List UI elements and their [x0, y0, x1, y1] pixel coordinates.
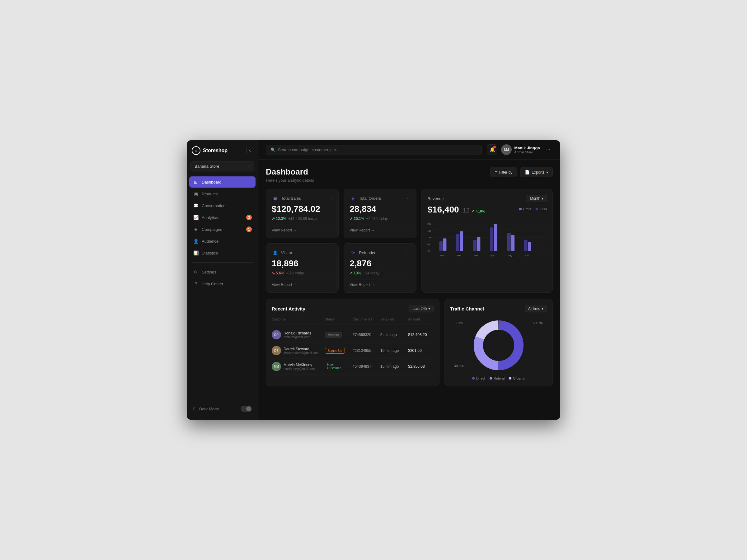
visitor-icon: 👤 — [272, 249, 279, 256]
stat-more-button[interactable]: ··· — [407, 196, 411, 201]
status-cell: Signed Up — [325, 348, 350, 354]
time-period-selector[interactable]: Last 24h ▾ — [409, 305, 433, 312]
main-content: 🔍 🔔 MJ Manik Jingga Admin Store ··· — [258, 140, 560, 420]
page-content: Dashboard Here's your analytic details ≡… — [258, 160, 560, 420]
analytics-badge: 3 — [246, 215, 252, 220]
stat-more-button[interactable]: ··· — [329, 250, 333, 255]
notification-dot — [493, 146, 496, 149]
profit-dot — [519, 208, 522, 210]
id-cell: #54394837 — [353, 364, 378, 369]
stat-card-visitor: 👤 Visitor ··· 18,896 ↘ 5.6% -876 today V… — [266, 243, 339, 293]
sidebar-item-settings[interactable]: ⚙ Settings — [189, 266, 256, 277]
sidebar-item-conversation[interactable]: 💬 Conversation — [189, 200, 256, 211]
settings-icon: ⚙ — [193, 269, 199, 274]
customer-cell: RR Ronald Richards ronalrcs@mail.com — [272, 330, 323, 340]
export-icon: 📄 — [525, 170, 530, 175]
sidebar-item-audience[interactable]: 👤 Audience — [189, 236, 256, 247]
store-selector[interactable]: Banana Store ⌄ — [190, 161, 254, 171]
retained-cell: 5 min ago — [380, 332, 406, 337]
arrow-right-icon: → — [371, 228, 375, 232]
stat-value: 28,834 — [350, 204, 411, 214]
sidebar-logo-area: ◎ Storeshop K — [187, 140, 258, 161]
view-report-link[interactable]: View Report → — [350, 224, 411, 232]
svg-rect-11 — [443, 238, 447, 251]
stat-change: ↗ 13% +34 today — [350, 271, 411, 275]
page-header: Dashboard Here's your analytic details ≡… — [266, 167, 553, 183]
customer-cell: DS Darrell Steward steward.darell@mail.c… — [272, 346, 323, 355]
svg-rect-15 — [477, 237, 481, 251]
traffic-legend: Direct Referal Organic — [450, 376, 547, 380]
svg-rect-21 — [528, 242, 531, 251]
notification-button[interactable]: 🔔 — [487, 144, 497, 155]
view-report-link[interactable]: View Report → — [350, 279, 411, 287]
moon-icon: ☾ — [193, 407, 197, 411]
stat-more-button[interactable]: ··· — [329, 196, 333, 201]
col-customer: Customer — [272, 317, 323, 321]
logo: ◎ Storeshop — [192, 146, 228, 155]
dark-mode-toggle[interactable] — [240, 406, 252, 412]
svg-rect-14 — [473, 240, 477, 251]
page-title: Dashboard — [266, 167, 314, 177]
amount-cell: $201.50 — [408, 348, 433, 353]
filter-button[interactable]: ≡ Filter by — [490, 167, 517, 177]
page-subtitle: Here's your analytic details — [266, 178, 314, 183]
user-name: Manik Jingga — [514, 145, 540, 150]
user-role: Admin Store — [514, 150, 540, 154]
svg-rect-19 — [511, 235, 515, 251]
svg-text:Jun: Jun — [525, 254, 529, 257]
user-info: MJ Manik Jingga Admin Store — [501, 144, 540, 155]
status-cell: Member — [325, 332, 350, 338]
sidebar-item-products[interactable]: ▣ Products — [189, 188, 256, 199]
chart-legend: Profit Loss — [519, 207, 547, 211]
sidebar-item-analytics[interactable]: 📈 Analytics 3 — [189, 212, 256, 223]
view-report-link[interactable]: View Report → — [272, 279, 333, 287]
search-input[interactable] — [278, 148, 477, 152]
retained-cell: 15 min ago — [380, 364, 406, 369]
nav-menu: ⊞ Dashboard ▣ Products 💬 Conversation 📈 … — [187, 177, 258, 399]
organic-dot — [509, 377, 511, 379]
svg-text:15k: 15k — [427, 230, 431, 232]
more-options-button[interactable]: ··· — [544, 145, 553, 154]
exports-button[interactable]: 📄 Exports ▾ — [520, 167, 553, 177]
svg-text:5k: 5k — [427, 243, 430, 246]
legend-profit: Profit — [519, 207, 531, 211]
legend-loss: Loss — [536, 207, 547, 211]
svg-rect-10 — [439, 241, 443, 251]
sidebar-item-dashboard[interactable]: ⊞ Dashboard — [189, 177, 256, 188]
stat-pct-up: ↗ 12.3% — [272, 216, 286, 221]
traffic-title: Traffic Channel — [450, 306, 484, 312]
revenue-value-row: $16,400 .12 ↗ +10% Profit Loss — [427, 205, 547, 216]
sidebar-item-statistics[interactable]: 📊 Statistics — [189, 247, 256, 259]
stat-title-row: ◈ Total Orders — [350, 195, 381, 202]
arrow-right-icon: → — [371, 283, 375, 287]
svg-text:Apr: Apr — [491, 254, 494, 257]
sidebar-item-campaigns[interactable]: ◈ Campaigns 1 — [189, 224, 256, 235]
avatar: MJ — [501, 144, 512, 155]
dashboard-icon: ⊞ — [193, 180, 199, 185]
collapse-button[interactable]: K — [246, 147, 253, 154]
svg-rect-17 — [494, 224, 497, 251]
avatar: MM — [272, 362, 281, 371]
chevron-down-icon: ▾ — [546, 170, 548, 175]
stat-pct-down: ↘ 5.6% — [272, 271, 284, 275]
revenue-value: $16,400 .12 ↗ +10% — [427, 205, 485, 215]
sidebar-item-help[interactable]: ? Help Center — [189, 278, 256, 289]
donut-label-direct: 50.5% — [533, 321, 542, 325]
activity-title: Recent Activity — [272, 306, 305, 312]
stat-more-button[interactable]: ··· — [407, 250, 411, 255]
search-bar[interactable]: 🔍 — [266, 145, 482, 155]
id-cell: #23134855 — [353, 348, 378, 353]
view-report-link[interactable]: View Report → — [272, 224, 333, 232]
traffic-period-selector[interactable]: All time ▾ — [525, 305, 547, 312]
svg-rect-20 — [524, 240, 527, 251]
month-selector[interactable]: Month ▾ — [526, 195, 547, 202]
arrow-right-icon: → — [293, 228, 297, 232]
customer-cell: MM Marvin McKinney mckinney.jr@mail.com — [272, 362, 323, 371]
header-actions: ≡ Filter by 📄 Exports ▾ — [490, 167, 553, 177]
svg-rect-12 — [456, 234, 459, 251]
stat-value: 2,876 — [350, 259, 411, 268]
referal-dot — [490, 377, 492, 379]
svg-rect-16 — [490, 228, 493, 251]
bottom-section: Recent Activity Last 24h ▾ Customer Stat… — [266, 299, 553, 386]
stat-card-total-orders: ◈ Total Orders ··· 28,834 ↗ 20.1% +2,676… — [344, 189, 416, 238]
